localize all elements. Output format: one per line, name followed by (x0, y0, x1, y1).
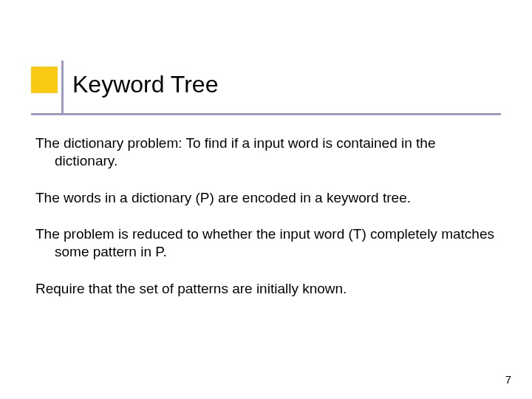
body-paragraph: Require that the set of patterns are ini… (35, 280, 497, 298)
body-paragraph: The problem is reduced to whether the in… (35, 225, 497, 261)
title-divider-vertical (61, 61, 64, 115)
page-number: 7 (505, 373, 511, 386)
paragraph-text: The dictionary problem: To find if a inp… (35, 134, 497, 170)
slide-body: The dictionary problem: To find if a inp… (35, 134, 497, 317)
body-paragraph: The dictionary problem: To find if a inp… (35, 134, 497, 170)
paragraph-text: The words in a dictionary (P) are encode… (35, 189, 497, 207)
body-paragraph: The words in a dictionary (P) are encode… (35, 189, 497, 207)
paragraph-text: Require that the set of patterns are ini… (35, 280, 497, 298)
slide-title: Keyword Tree (72, 71, 218, 98)
title-accent-square (31, 66, 58, 93)
paragraph-text: The problem is reduced to whether the in… (35, 225, 497, 261)
title-divider-horizontal (31, 113, 501, 115)
slide: Keyword Tree The dictionary problem: To … (0, 0, 532, 399)
